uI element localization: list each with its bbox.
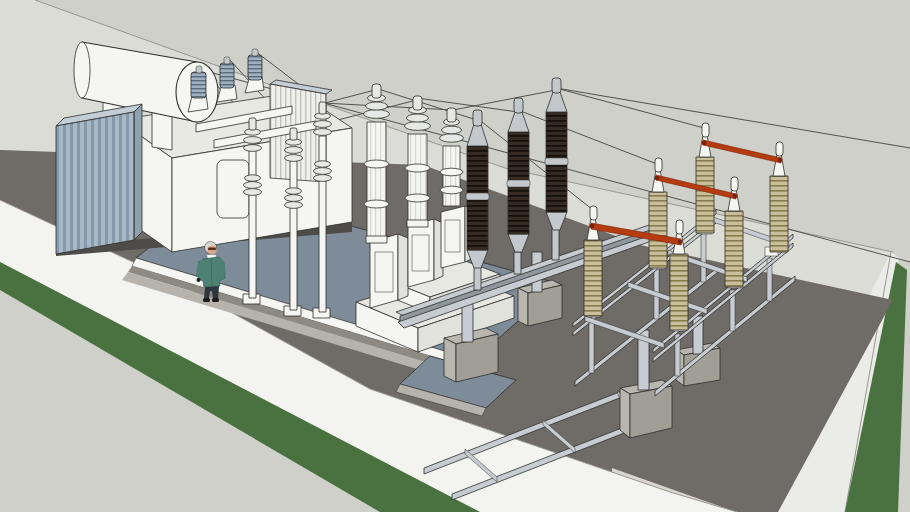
person-shoe-left	[203, 298, 210, 302]
radiator-bank	[56, 104, 142, 254]
breaker-pedestal-1	[370, 234, 408, 308]
render-viewport	[0, 0, 910, 512]
person-sunglasses	[208, 248, 216, 251]
person-shoe-right	[212, 298, 219, 302]
breaker-pedestal-2	[408, 219, 443, 287]
breaker-column-1	[364, 84, 390, 243]
substation-3d-render	[0, 0, 910, 512]
cooling-cabinet	[217, 160, 249, 218]
breaker-column-2	[405, 96, 431, 227]
